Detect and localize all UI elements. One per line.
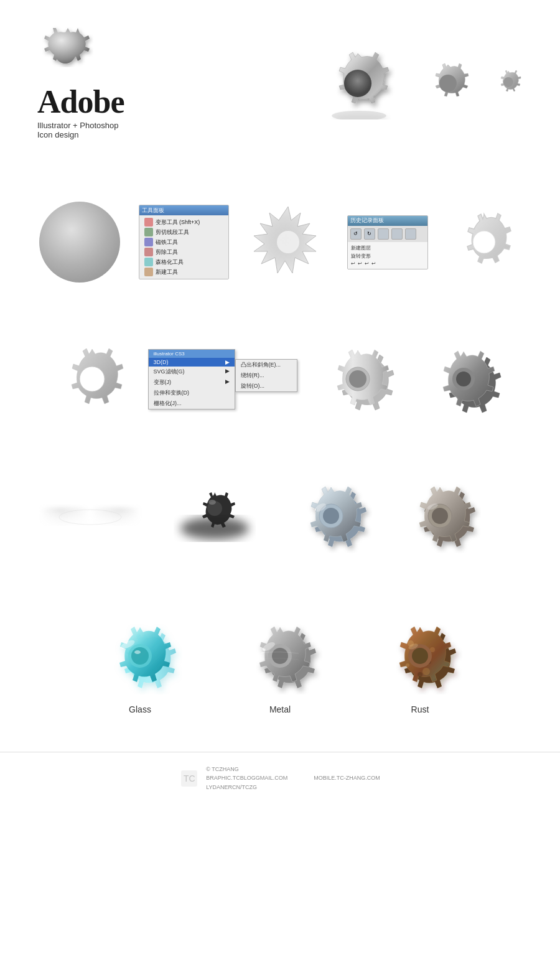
svg-rect-14 — [40, 516, 140, 517]
svg-point-27 — [432, 508, 448, 524]
header-gears — [161, 45, 523, 119]
footer-url3: MOBILE.TC-ZHANG.COM — [314, 774, 380, 782]
svg-rect-17 — [44, 506, 137, 507]
svg-point-39 — [406, 663, 409, 667]
brand-subtitle: Illustrator + Photoshop — [37, 121, 118, 130]
brand-block: Adobe Illustrator + Photoshop Icon desig… — [37, 25, 124, 139]
svg-point-42 — [418, 672, 422, 677]
base-circle — [39, 202, 120, 283]
action-panel-screenshot: 历史记录面板 ↺ ↻ 新建图层 旋转变形 ↩↩↩↩ — [347, 215, 428, 269]
svg-point-31 — [134, 650, 141, 654]
svg-point-8 — [349, 370, 366, 388]
rust-gear-icon — [375, 612, 465, 699]
glass-gear-icon — [95, 612, 185, 699]
star-shape-icon — [248, 202, 329, 283]
svg-point-44 — [412, 648, 428, 664]
svg-point-38 — [422, 668, 430, 675]
metal-label: Metal — [269, 704, 291, 714]
gear-large-icon — [314, 45, 401, 119]
rust-variant: Rust — [375, 612, 465, 714]
svg-point-5 — [473, 231, 495, 253]
svg-rect-13 — [40, 513, 140, 515]
glass-label: Glass — [129, 704, 151, 714]
svg-rect-15 — [40, 518, 140, 519]
3d-menu-screenshot: illustrator CS3 3D(D)▶ SVG滤镜(G)▶ 变形(J)▶ … — [148, 349, 297, 409]
svg-point-34 — [272, 648, 288, 664]
svg-point-4 — [277, 231, 299, 253]
gear-outline-icon — [447, 205, 521, 279]
svg-point-1 — [332, 111, 386, 119]
gear-flat-icon — [52, 339, 133, 419]
footer-text: © TCZHANG BRAPHIC.TCBLOGGMAIL.COM LYDANE… — [206, 765, 287, 792]
gear-small-icon — [495, 68, 523, 96]
svg-point-3 — [503, 77, 513, 87]
svg-rect-16 — [40, 521, 140, 521]
metal-gear-icon — [235, 612, 325, 699]
header-section: Adobe Illustrator + Photoshop Icon desig… — [0, 0, 560, 152]
step2-section: illustrator CS3 3D(D)▶ SVG滤镜(G)▶ 变形(J)▶ … — [0, 326, 560, 432]
gear-finished-2-icon — [395, 475, 485, 556]
footer-copyright: © TCZHANG — [206, 765, 287, 774]
gear-finished-1-icon — [286, 475, 376, 556]
svg-point-30 — [131, 647, 149, 665]
brand-title: Adobe — [37, 86, 124, 118]
step3-section — [0, 463, 560, 569]
footer-url2: LYDANERCN/TCZG — [206, 783, 287, 792]
svg-text:TC: TC — [184, 774, 195, 783]
tool-panel-screenshot: 工具面板 变形工具 (Shft+X) 剪切线段工具 磁铁工具 剪除工具 森格化工… — [139, 205, 229, 279]
glass-variant: Glass — [95, 612, 185, 714]
highlight-blur-preview — [37, 479, 143, 553]
gear-medium-icon — [420, 57, 476, 107]
brand-desc: Icon design — [37, 130, 79, 139]
brand-gear-icon — [37, 25, 93, 81]
gear-3d-side-icon — [313, 339, 403, 419]
metal-variant: Metal — [235, 612, 325, 714]
svg-point-6 — [80, 367, 105, 391]
svg-point-10 — [456, 372, 471, 386]
svg-point-0 — [344, 70, 371, 97]
svg-rect-12 — [40, 511, 140, 512]
svg-point-22 — [208, 500, 216, 505]
svg-point-2 — [439, 75, 457, 92]
svg-rect-18 — [44, 523, 137, 524]
gear-3d-angle-icon — [419, 339, 509, 419]
footer: TC © TCZHANG BRAPHIC.TCBLOGGMAIL.COM LYD… — [0, 752, 560, 804]
step1-section: 工具面板 变形工具 (Shft+X) 剪切线段工具 磁铁工具 剪除工具 森格化工… — [0, 189, 560, 295]
footer-logo-icon: TC — [180, 769, 198, 788]
variants-section: Glass — [0, 612, 560, 739]
footer-url1: BRAPHIC.TCBLOGGMAIL.COM — [206, 774, 287, 782]
rust-label: Rust — [411, 704, 429, 714]
svg-point-24 — [323, 508, 339, 524]
shadow-preview — [162, 475, 268, 556]
